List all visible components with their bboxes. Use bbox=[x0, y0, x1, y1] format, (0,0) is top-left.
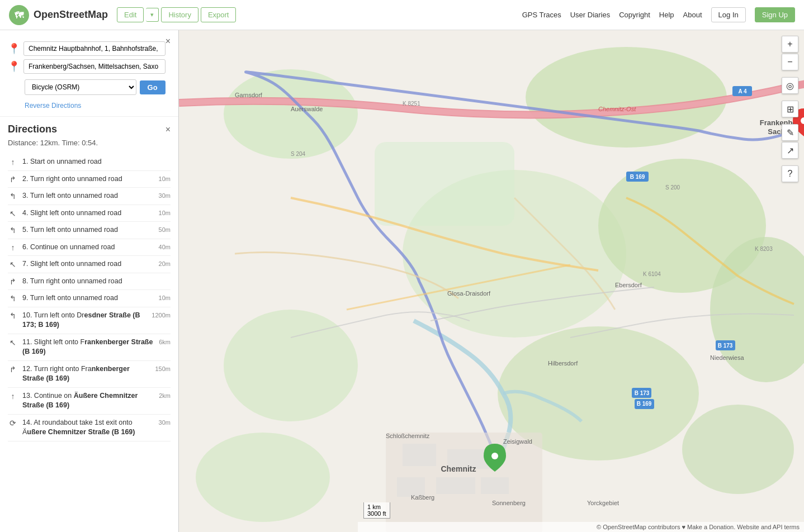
step-text: 1. Start on unnamed road bbox=[22, 157, 166, 167]
step-direction-icon: ↱ bbox=[8, 175, 18, 184]
login-button[interactable]: Log In bbox=[711, 7, 746, 22]
step-item: ↖4. Slight left onto unnamed road10m bbox=[8, 205, 171, 222]
svg-text:K 6104: K 6104 bbox=[643, 271, 661, 277]
from-row: 📍 bbox=[8, 41, 165, 56]
svg-point-12 bbox=[682, 405, 794, 494]
from-input[interactable] bbox=[23, 41, 165, 56]
scale-km: 1 km bbox=[367, 504, 381, 510]
step-item: ↱8. Turn right onto unnamed road bbox=[8, 273, 171, 291]
step-list: ↑1. Start on unnamed road↱2. Turn right … bbox=[8, 154, 171, 441]
svg-text:Glosa-Draisdorf: Glosa-Draisdorf bbox=[447, 290, 491, 297]
step-item: ↖7. Slight left onto unnamed road20m bbox=[8, 256, 171, 273]
step-item: ⟳14. At roundabout take 1st exit onto Äu… bbox=[8, 415, 171, 441]
svg-text:Schloßchemnitz: Schloßchemnitz bbox=[386, 433, 430, 439]
svg-text:S 200: S 200 bbox=[665, 184, 680, 191]
osm-logo-icon: 🗺 bbox=[9, 5, 29, 25]
svg-text:Zeisigwald: Zeisigwald bbox=[503, 438, 532, 445]
step-item: ↱2. Turn right onto unnamed road10m bbox=[8, 171, 171, 188]
svg-text:Kaßberg: Kaßberg bbox=[411, 494, 434, 501]
step-distance: 150m bbox=[155, 365, 171, 372]
zoom-in-button[interactable]: + bbox=[782, 36, 798, 53]
svg-rect-14 bbox=[403, 444, 436, 466]
step-direction-icon: ↰ bbox=[8, 192, 18, 201]
input-group: 📍 📍 Bicycle (OSRM) Car (OSRM) Walking (O… bbox=[8, 41, 165, 95]
share-button[interactable]: ↗ bbox=[782, 142, 798, 159]
routing-section: × 📍 📍 Bicycle (OSRM) Car (OSRM) Walking … bbox=[0, 30, 178, 117]
svg-text:Sonnenberg: Sonnenberg bbox=[492, 500, 526, 506]
copyright-link[interactable]: Copyright bbox=[619, 11, 650, 19]
step-item: ↑1. Start on unnamed road bbox=[8, 154, 171, 171]
geolocate-button[interactable]: ◎ bbox=[782, 77, 798, 94]
logo[interactable]: 🗺 OpenStreetMap bbox=[9, 5, 108, 25]
step-direction-icon: ↑ bbox=[8, 243, 18, 252]
step-distance: 2km bbox=[159, 392, 171, 399]
note-button[interactable]: ✎ bbox=[782, 124, 798, 141]
logo-text: OpenStreetMap bbox=[34, 9, 108, 21]
help-link[interactable]: Help bbox=[659, 11, 674, 19]
scale-ft: 3000 ft bbox=[367, 510, 386, 517]
nav-right: GPS Traces User Diaries Copyright Help A… bbox=[522, 7, 795, 22]
svg-text:Ebersdorf: Ebersdorf bbox=[615, 282, 642, 288]
svg-text:B 173: B 173 bbox=[718, 343, 733, 349]
svg-text:Niederwiesa: Niederwiesa bbox=[710, 354, 744, 361]
svg-text:K 8251: K 8251 bbox=[403, 101, 420, 107]
directions-close-button[interactable]: × bbox=[165, 125, 171, 134]
to-marker-icon: 📍 bbox=[8, 60, 20, 73]
map-scale: 1 km 3000 ft bbox=[363, 502, 390, 519]
step-text: 3. Turn left onto unnamed road bbox=[22, 191, 154, 201]
step-distance: 40m bbox=[159, 244, 171, 250]
reverse-directions-link[interactable]: Reverse Directions bbox=[25, 102, 81, 110]
step-text: 5. Turn left onto unnamed road bbox=[22, 225, 154, 235]
signup-button[interactable]: Sign Up bbox=[755, 7, 795, 22]
step-text: 14. At roundabout take 1st exit onto Äuß… bbox=[22, 418, 154, 438]
export-button[interactable]: Export bbox=[201, 7, 237, 22]
user-diaries-link[interactable]: User Diaries bbox=[570, 11, 611, 19]
attribution-text: © OpenStreetMap contributors ♥ Make a Do… bbox=[597, 524, 800, 530]
info-button[interactable]: ? bbox=[782, 165, 798, 182]
step-distance: 30m bbox=[159, 192, 171, 199]
directions-header: Directions × bbox=[8, 124, 171, 135]
step-distance: 20m bbox=[159, 260, 171, 267]
step-direction-icon: ↑ bbox=[8, 158, 18, 167]
svg-rect-10 bbox=[375, 142, 514, 226]
step-text: 11. Slight left onto Frankenberger Straß… bbox=[22, 338, 154, 357]
step-text: 4. Slight left onto unnamed road bbox=[22, 208, 154, 218]
transport-row: Bicycle (OSRM) Car (OSRM) Walking (OSRM)… bbox=[8, 79, 165, 95]
step-item: ↰9. Turn left onto unnamed road10m bbox=[8, 290, 171, 307]
routing-close-button[interactable]: × bbox=[165, 37, 171, 46]
go-button[interactable]: Go bbox=[140, 80, 165, 94]
step-distance: 10m bbox=[159, 175, 171, 182]
step-distance: 30m bbox=[159, 419, 171, 426]
to-input[interactable] bbox=[23, 59, 165, 74]
nav-buttons: Edit ▾ History Export bbox=[117, 7, 236, 22]
svg-text:Chemnitz-Ost: Chemnitz-Ost bbox=[598, 106, 636, 112]
to-row: 📍 bbox=[8, 59, 165, 74]
layers-button[interactable]: ⊞ bbox=[782, 101, 798, 117]
map-background[interactable]: Chemnitz Frankenberg/ Sachsen Auerswalde… bbox=[179, 30, 804, 532]
step-text: 10. Turn left onto Dresdner Straße (B 17… bbox=[22, 311, 147, 330]
transport-select[interactable]: Bicycle (OSRM) Car (OSRM) Walking (OSRM) bbox=[25, 79, 136, 95]
step-item: ↱12. Turn right onto Frankenberger Straß… bbox=[8, 361, 171, 388]
svg-text:B 173: B 173 bbox=[635, 390, 650, 396]
map-wrapper: Chemnitz Frankenberg/ Sachsen Auerswalde… bbox=[179, 30, 804, 532]
edit-dropdown-button[interactable]: ▾ bbox=[146, 8, 159, 22]
step-text: 8. Turn right onto unnamed road bbox=[22, 277, 166, 287]
zoom-out-button[interactable]: − bbox=[782, 54, 798, 70]
svg-text:🗺: 🗺 bbox=[15, 11, 24, 20]
about-link[interactable]: About bbox=[683, 11, 702, 19]
directions-title: Directions bbox=[8, 124, 57, 135]
step-distance: 1200m bbox=[152, 312, 171, 319]
step-item: ↑13. Continue on Äußere Chemnitzer Straß… bbox=[8, 388, 171, 415]
step-direction-icon: ↖ bbox=[8, 260, 18, 269]
map-controls: + − ◎ ⊞ ✎ ↗ ? bbox=[782, 36, 798, 182]
svg-point-4 bbox=[526, 47, 727, 148]
svg-text:Yorckgebiet: Yorckgebiet bbox=[587, 500, 619, 506]
svg-point-50 bbox=[491, 453, 498, 459]
history-button[interactable]: History bbox=[161, 7, 198, 22]
step-direction-icon: ↱ bbox=[8, 277, 18, 286]
step-direction-icon: ↖ bbox=[8, 209, 18, 218]
edit-button[interactable]: Edit bbox=[117, 7, 144, 22]
step-text: 2. Turn right onto unnamed road bbox=[22, 174, 154, 184]
gps-traces-link[interactable]: GPS Traces bbox=[522, 11, 561, 19]
side-panel: × 📍 📍 Bicycle (OSRM) Car (OSRM) Walking … bbox=[0, 30, 179, 532]
